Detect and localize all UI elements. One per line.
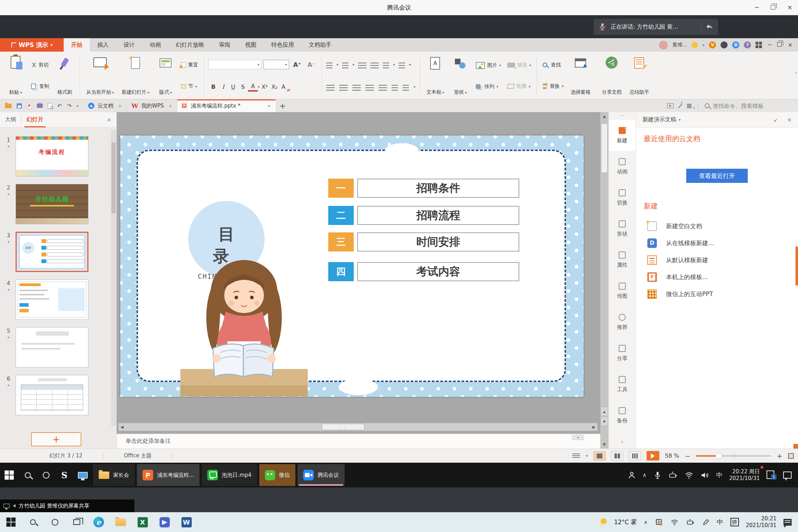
subscript-button[interactable]: X₂	[270, 82, 279, 92]
line-spacing-icon[interactable]	[392, 85, 398, 91]
ime-indicator[interactable]: 中	[716, 471, 723, 479]
new-from-default-template-item[interactable]: 从默认模板新建	[636, 251, 798, 268]
notes-toggle-icon[interactable]	[572, 453, 580, 458]
tab-doc-assistant[interactable]: 文档助手	[301, 38, 339, 52]
user-menu-caret-icon[interactable]: ▾	[702, 43, 704, 47]
reset-button[interactable]: 重置	[180, 61, 200, 69]
sidebar-item-transition[interactable]: 切换	[609, 182, 636, 213]
sidebar-item-properties[interactable]: 属性	[609, 244, 636, 276]
tab-design[interactable]: 设计	[116, 38, 142, 52]
view-recent-button[interactable]: 查看最近打开	[686, 169, 748, 183]
wifi-icon[interactable]	[684, 471, 694, 479]
cortana-icon[interactable]	[37, 463, 55, 487]
cut-button[interactable]: 剪切	[30, 61, 51, 69]
task-view-icon[interactable]	[66, 512, 88, 532]
thumbnail-row-1[interactable]: 1★ 考编流程	[1, 136, 109, 177]
text-direction-icon[interactable]	[383, 63, 389, 68]
next-slide-button[interactable]: ▼	[601, 417, 608, 426]
tab-animation[interactable]: 动画	[142, 38, 168, 52]
thumbnail-row-4[interactable]: 4★	[1, 279, 109, 320]
zoom-slider-thumb[interactable]	[715, 452, 722, 459]
decrease-indent-icon[interactable]	[358, 63, 366, 68]
play-from-current-button[interactable]: 从当前开始▾	[84, 54, 116, 97]
sidebar-item-share[interactable]: 分享	[609, 338, 636, 369]
sidebar-item-animation[interactable]: 动画	[609, 151, 636, 182]
remote-clock[interactable]: 20:22 周日 2021/10/31	[729, 468, 760, 482]
font-size-combobox[interactable]: ▾	[264, 60, 289, 69]
slide-thumbnail-3-selected[interactable]: 目录	[16, 232, 88, 272]
zoom-slider[interactable]	[696, 455, 771, 457]
sidebar-item-backup[interactable]: 备份	[609, 400, 636, 431]
thumbnail-scrollbar[interactable]	[111, 130, 116, 426]
ribbon-collapse-icon[interactable]: ›	[795, 69, 797, 76]
zoom-out-button[interactable]: −	[685, 452, 690, 460]
paste-button[interactable]: 粘贴▾	[5, 54, 26, 97]
local-templates-item[interactable]: 本机上的模板...	[636, 268, 798, 285]
pane-scrollbar[interactable]	[796, 247, 798, 285]
battery-icon[interactable]	[669, 471, 678, 479]
sidebar-item-tools[interactable]: 工具	[609, 369, 636, 400]
sidebar-item-recommend[interactable]: 推荐	[609, 307, 636, 338]
meeting-restore-button[interactable]	[771, 4, 775, 11]
new-tab-button[interactable]: +	[276, 99, 290, 112]
fit-slide-button[interactable]	[788, 453, 794, 459]
slide-canvas[interactable]: 目 录 CHINA Design	[120, 135, 584, 397]
increase-indent-icon[interactable]	[370, 63, 379, 68]
underline-button[interactable]: U	[228, 82, 238, 92]
save-icon[interactable]	[17, 103, 22, 109]
switch-ui-icon[interactable]	[756, 42, 762, 48]
docer-icon[interactable]: D	[732, 41, 739, 48]
ime-mode-indicator[interactable]: 拼	[730, 518, 739, 526]
taskbar-app-folder[interactable]: 家长会	[93, 464, 135, 486]
pane-resize-icon[interactable]: ↙	[774, 117, 778, 123]
sidebar-item-shapes[interactable]: 形状	[609, 213, 636, 244]
command-search[interactable]	[705, 103, 792, 109]
picture-button[interactable]: 图片▾	[474, 61, 502, 70]
close-tab-icon[interactable]: ×	[168, 103, 172, 109]
replace-button[interactable]: abac替换▾	[541, 82, 565, 91]
quick-access-caret-icon[interactable]: ▾	[77, 104, 79, 108]
microphone-icon[interactable]	[653, 471, 662, 479]
magic-wand-icon[interactable]	[678, 104, 682, 108]
volume-icon[interactable]	[700, 471, 710, 479]
outline-button[interactable]: 轮廓▾	[506, 82, 532, 90]
thumbnail-row-6[interactable]: 6★	[1, 375, 109, 415]
scroll-right-icon[interactable]: ▶	[590, 425, 597, 429]
thumbnail-row-2[interactable]: 2★ 方竹幼儿园	[1, 184, 109, 224]
numbering-icon[interactable]	[342, 63, 348, 68]
doc-tab-current[interactable]: 浦东考编流程.pptx * ×	[177, 99, 276, 112]
pc-icon[interactable]	[74, 463, 92, 487]
tab-home[interactable]: 开始	[64, 38, 90, 52]
reply-arrow-icon[interactable]	[705, 23, 713, 30]
file-explorer-icon[interactable]	[110, 512, 132, 532]
layout-button[interactable]: 版式▾	[155, 54, 176, 97]
taskbar-app-meeting[interactable]: 腾讯会议	[297, 464, 345, 486]
bullets-icon[interactable]	[326, 63, 332, 68]
doc-tab-cloud[interactable]: 云文档 ×	[83, 99, 127, 112]
wifi-icon[interactable]	[670, 518, 679, 526]
slide-sorter-view-button[interactable]	[611, 451, 623, 461]
slideshow-play-button[interactable]	[647, 451, 659, 461]
status-caret-icon[interactable]: ▾	[586, 454, 588, 458]
format-painter-button[interactable]: 格式刷	[54, 54, 75, 97]
summary-assistant-button[interactable]: 总结助手	[627, 54, 651, 97]
textbox-button[interactable]: A 文本框▾	[424, 54, 446, 97]
wps-restore-button[interactable]	[777, 42, 782, 48]
cortana-icon[interactable]	[44, 512, 66, 532]
shapes-button[interactable]: 形状▾	[450, 54, 471, 97]
sidebar-item-new[interactable]: 新建	[609, 120, 636, 151]
user-avatar[interactable]	[659, 41, 668, 50]
meeting-close-button[interactable]: ×	[787, 4, 792, 11]
arrange-button[interactable]: 排列▾	[474, 83, 502, 91]
rail-more-icon[interactable]: ▾	[609, 440, 636, 449]
scroll-down-icon[interactable]: ▼	[600, 443, 608, 446]
increase-font-button[interactable]: A⁺	[291, 61, 303, 68]
tab-view[interactable]: 视图	[238, 38, 264, 52]
normal-view-button[interactable]	[594, 451, 606, 461]
export-pdf-icon[interactable]: P	[27, 103, 32, 109]
clear-format-button[interactable]: A	[279, 82, 289, 92]
align-right-icon[interactable]	[352, 85, 361, 91]
taskbar-search-icon[interactable]	[18, 463, 37, 487]
fill-button[interactable]: 填充▾	[506, 61, 532, 69]
previous-slide-button[interactable]: ▲	[601, 407, 608, 416]
